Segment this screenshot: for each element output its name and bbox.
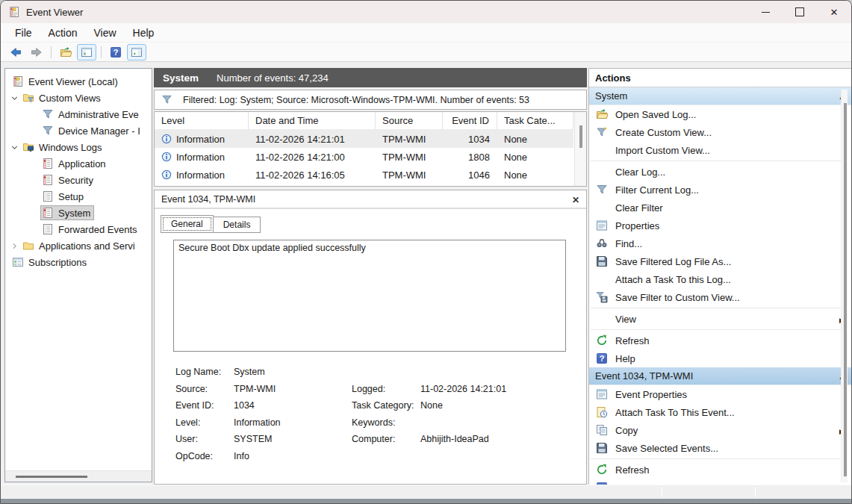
tree-item-system[interactable]: System <box>5 205 152 221</box>
open-folder-icon <box>596 108 608 120</box>
tree-item-applications-and-services[interactable]: Applications and Servi <box>5 237 152 254</box>
event-description-box[interactable]: Secure Boot Dbx update applied successfu… <box>173 240 566 352</box>
show-hide-console-tree-button[interactable] <box>77 44 96 60</box>
action-refresh-event[interactable]: Refresh <box>589 461 852 479</box>
window-title: Event Viewer <box>26 7 83 18</box>
tab-details[interactable]: Details <box>214 217 261 233</box>
field-value: Info <box>234 451 352 461</box>
close-button[interactable] <box>817 1 851 23</box>
back-arrow-icon <box>10 46 22 58</box>
actions-section-system[interactable]: System <box>589 87 852 105</box>
events-count: Number of events: 47,234 <box>217 72 329 84</box>
actions-section-event[interactable]: Event 1034, TPM-WMI <box>589 367 852 385</box>
action-event-properties[interactable]: Event Properties <box>589 385 852 403</box>
properties-icon <box>596 388 608 400</box>
chevron-right-icon[interactable] <box>7 241 22 251</box>
field-value: 11-02-2026 14:21:01 <box>420 384 571 394</box>
action-create-custom-view[interactable]: Create Custom View... <box>589 123 852 141</box>
action-import-custom-view[interactable]: Import Custom View... <box>589 141 852 159</box>
action-save-filter-to-custom-view[interactable]: Save Filter to Custom View... <box>589 288 852 306</box>
table-vertical-scrollbar[interactable] <box>574 112 586 186</box>
column-header-level[interactable]: Level <box>155 112 249 130</box>
table-row[interactable]: Information 11-02-2026 14:16:05 TPM-WMI … <box>155 166 573 184</box>
events-table: Level Date and Time Source Event ID Task… <box>154 111 587 187</box>
tree-item-label: Subscriptions <box>28 257 87 268</box>
actions-separator <box>591 329 848 330</box>
action-find[interactable]: Find... <box>589 234 852 252</box>
field-label: Keywords: <box>352 417 420 428</box>
action-save-filtered-log-file-as[interactable]: Save Filtered Log File As... <box>589 252 852 270</box>
table-row[interactable]: Information 11-02-2026 14:21:01 TPM-WMI … <box>155 130 573 148</box>
open-folder-icon <box>60 46 72 58</box>
tree-item-label: Event Viewer (Local) <box>28 76 118 87</box>
action-copy[interactable]: Copy <box>589 421 852 439</box>
column-header-task-category[interactable]: Task Cate... <box>497 112 573 130</box>
tree-item-security[interactable]: Security <box>5 172 152 188</box>
actions-panel: Actions System Open Saved Log... Create … <box>588 68 852 486</box>
actions-panel-title: Actions <box>589 69 852 87</box>
chevron-down-icon[interactable] <box>7 93 22 103</box>
field-value: Abhijith-IdeaPad <box>420 434 571 444</box>
show-hide-action-pane-button[interactable] <box>127 44 146 60</box>
field-value: SYSTEM <box>234 434 352 444</box>
back-button[interactable] <box>6 44 25 60</box>
tree-item-setup[interactable]: Setup <box>5 188 152 205</box>
tree-item-forwarded-events[interactable]: Forwarded Events <box>5 221 152 237</box>
scrollbar-thumb[interactable] <box>16 476 87 478</box>
tree-item-event-viewer-local[interactable]: Event Viewer (Local) <box>5 73 152 90</box>
close-icon[interactable] <box>572 193 579 206</box>
toolbar-separator <box>101 46 102 58</box>
menu-help[interactable]: Help <box>125 27 163 39</box>
chevron-down-icon[interactable] <box>7 143 22 152</box>
tree-item-windows-logs[interactable]: Windows Logs <box>5 139 152 155</box>
action-refresh[interactable]: Refresh <box>589 332 852 349</box>
actions-separator <box>591 161 848 161</box>
action-clear-log[interactable]: Clear Log... <box>589 163 852 181</box>
console-tree-icon <box>81 46 93 58</box>
tree-horizontal-scrollbar[interactable] <box>5 470 152 482</box>
table-row[interactable]: Information 11-02-2026 14:21:00 TPM-WMI … <box>155 148 573 166</box>
column-header-date-time[interactable]: Date and Time <box>249 112 376 130</box>
event-viewer-window: Event Viewer File Action View Help Event… <box>0 0 852 504</box>
field-label: Event ID: <box>175 400 234 411</box>
tree-item-application[interactable]: Application <box>5 155 152 172</box>
scrollbar-thumb[interactable] <box>844 103 847 476</box>
actions-vertical-scrollbar[interactable] <box>841 90 848 482</box>
forward-button[interactable] <box>27 44 46 60</box>
action-clear-filter[interactable]: Clear Filter <box>589 199 852 217</box>
menu-file[interactable]: File <box>7 27 40 39</box>
scrollbar-thumb[interactable] <box>579 125 582 148</box>
tree-item-custom-views[interactable]: Custom Views <box>5 90 152 106</box>
action-attach-task-to-event[interactable]: Attach Task To This Event... <box>589 403 852 421</box>
maximize-button[interactable] <box>783 1 817 23</box>
field-label: User: <box>175 434 234 444</box>
window-bottom-edge <box>1 499 851 503</box>
log-icon <box>42 223 54 235</box>
menu-action[interactable]: Action <box>40 27 86 39</box>
tree-item-label: Applications and Servi <box>39 240 135 252</box>
action-pane-icon <box>131 46 143 58</box>
open-saved-log-button[interactable] <box>56 44 75 60</box>
create-filter-icon <box>596 126 608 138</box>
help-button[interactable] <box>106 44 125 60</box>
action-filter-current-log[interactable]: Filter Current Log... <box>589 181 852 199</box>
minimize-button[interactable] <box>748 1 783 23</box>
action-help[interactable]: Help <box>589 349 852 367</box>
section-header-label: System <box>595 90 627 102</box>
tree-item-device-manager[interactable]: Device Manager - I <box>5 122 152 139</box>
folder-icon <box>22 240 34 252</box>
action-open-saved-log[interactable]: Open Saved Log... <box>589 105 852 123</box>
tab-general[interactable]: General <box>161 215 214 233</box>
column-header-source[interactable]: Source <box>376 112 443 130</box>
title-bar: Event Viewer <box>1 1 851 23</box>
action-view[interactable]: View <box>589 310 852 328</box>
action-save-selected-events[interactable]: Save Selected Events... <box>589 439 852 457</box>
tree-item-administrative-events[interactable]: Administrative Eve <box>5 106 152 122</box>
action-attach-task-to-log[interactable]: Attach a Task To this Log... <box>589 270 852 288</box>
menu-view[interactable]: View <box>85 27 124 39</box>
tree-item-subscriptions[interactable]: Subscriptions <box>5 254 152 270</box>
event-viewer-icon <box>8 6 20 18</box>
actions-separator <box>591 458 848 459</box>
column-header-event-id[interactable]: Event ID <box>443 112 497 130</box>
action-properties[interactable]: Properties <box>589 217 852 234</box>
